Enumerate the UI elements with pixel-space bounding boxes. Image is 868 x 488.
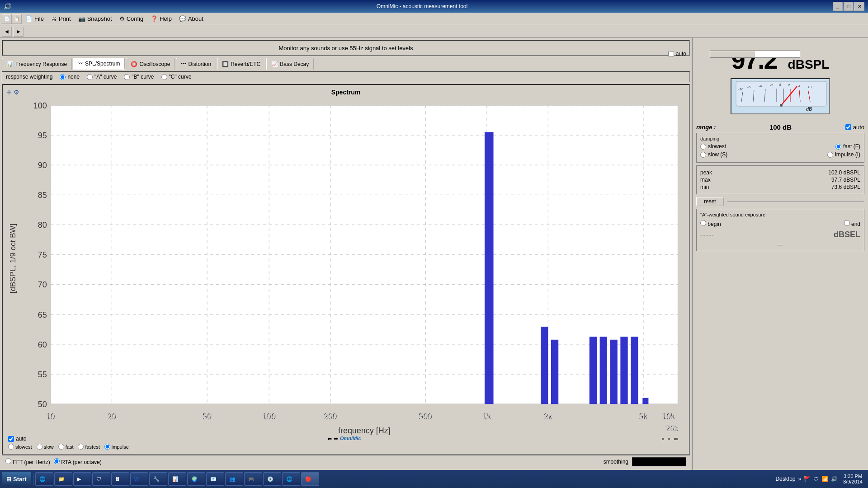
tray-network[interactable]: 📶 — [821, 476, 828, 482]
svg-text:100: 100 — [262, 412, 276, 421]
right-panel: 97.2 dBSPL -10 -6 -4 -2 0 2 4 — [692, 38, 868, 470]
damping-fast[interactable]: fast (F) — [835, 143, 860, 150]
menu-file[interactable]: 📄 File — [22, 13, 47, 25]
tab-freq-response[interactable]: 📊 Frequency Response — [2, 58, 72, 70]
menu-config[interactable]: ⚙ Config — [116, 13, 147, 25]
svg-text:75: 75 — [38, 250, 47, 259]
range-auto-checkbox[interactable] — [845, 124, 851, 130]
explorer-icon: 📁 — [58, 476, 65, 482]
damping-section: damping slowest fast (F) slow (S) — [696, 133, 864, 163]
taskbar-app-browser2[interactable]: 🌐 — [282, 472, 300, 486]
taskbar-app-calc[interactable]: 🖩 — [111, 472, 129, 486]
tab-distortion[interactable]: 〜 Distortion — [176, 58, 216, 70]
speed-fast[interactable]: fast — [58, 444, 74, 450]
bar-3k5 — [600, 337, 607, 404]
tab-bass-decay[interactable]: 📈 Bass Decay — [266, 58, 314, 70]
taskbar-app-omnimic[interactable]: 🔴 — [301, 472, 319, 486]
fft-radio-label[interactable]: FFT (per Hertz) — [5, 458, 50, 465]
chart-auto-checkbox[interactable] — [8, 436, 14, 442]
maximize-button[interactable]: □ — [844, 2, 854, 11]
damping-slowest[interactable]: slowest — [700, 143, 726, 150]
disc-icon: 💿 — [267, 476, 274, 482]
exposure-title: "A"-weighted sound exposure — [700, 212, 860, 217]
chart-icon-cross[interactable]: ✛ — [6, 89, 12, 96]
omnimic-brand-label: OmniMic — [340, 436, 361, 442]
bar-2k — [541, 327, 548, 404]
taskbar-app-chat[interactable]: 👥 — [225, 472, 243, 486]
taskbar-app-settings[interactable]: 🔧 — [149, 472, 167, 486]
tray-uac[interactable]: 🛡 — [813, 476, 819, 482]
weight-none[interactable]: none — [60, 74, 80, 80]
range-auto-area: auto — [845, 124, 864, 131]
svg-text:2k: 2k — [544, 412, 553, 421]
chart-nav-right[interactable]: ➡ — [334, 436, 338, 442]
weight-c[interactable]: "C" curve — [161, 74, 192, 80]
close-button[interactable]: ✕ — [854, 2, 864, 11]
chart-icon-gear[interactable]: ⚙ — [14, 89, 19, 96]
taskbar-app-excel[interactable]: 📊 — [168, 472, 186, 486]
weighting-row: response weighting none "A" curve "B" cu… — [2, 71, 690, 82]
title-bar: 🔊 OmniMic - acoustic measurement tool _ … — [0, 0, 868, 13]
menu-print[interactable]: 🖨 Print — [47, 13, 75, 25]
weight-a[interactable]: "A" curve — [87, 74, 117, 80]
exposure-begin[interactable]: begin — [700, 220, 721, 227]
speed-slowest[interactable]: slowest — [8, 444, 32, 450]
vu-value-row: 97.2 dBSPL — [696, 45, 864, 75]
menu-help[interactable]: ❓ Help — [147, 13, 175, 25]
svg-text:5k: 5k — [639, 412, 648, 421]
minimize-button[interactable]: _ — [833, 2, 843, 11]
taskbar-app-game[interactable]: 🎮 — [244, 472, 262, 486]
toolbar-btn-b[interactable]: ▶ — [14, 27, 24, 37]
menu-snapshot[interactable]: 📷 Snapshot — [75, 13, 116, 25]
chart-zoom-in[interactable]: ⇤⇥ — [662, 436, 670, 442]
taskbar-app-disc[interactable]: 💿 — [263, 472, 281, 486]
help-icon: ❓ — [151, 15, 158, 22]
tab-reverb[interactable]: 🔲 Reverb/ETC — [217, 58, 265, 70]
reset-row: reset — [696, 197, 864, 206]
toolbar-icon-2[interactable]: 📋 — [12, 14, 22, 24]
stat-min: min 73.6 dBSPL — [700, 184, 860, 190]
rta-radio-label[interactable]: RTA (per octave) — [54, 458, 102, 465]
taskbar-app-word[interactable]: W — [130, 472, 148, 486]
reverb-icon: 🔲 — [222, 61, 229, 67]
chart-zoom-out[interactable]: ⇥⇤ — [672, 436, 680, 442]
svg-text:20: 20 — [107, 412, 116, 421]
windows-icon: ⊞ — [6, 476, 11, 483]
taskbar-app-media[interactable]: ▶ — [73, 472, 91, 486]
taskbar-app-explorer[interactable]: 📁 — [54, 472, 72, 486]
settings-icon: 🔧 — [153, 476, 160, 482]
tray-flag[interactable]: 🚩 — [804, 476, 811, 482]
damping-impulse[interactable]: impulse (I) — [827, 151, 860, 158]
toolbar-btn-a[interactable]: ◀ — [2, 27, 12, 37]
start-button[interactable]: ⊞ Start — [2, 472, 31, 486]
tray-volume[interactable]: 🔊 — [831, 476, 838, 482]
menu-about[interactable]: 💬 About — [175, 13, 207, 25]
progress-bar-area — [710, 51, 800, 58]
exposure-end[interactable]: end — [844, 220, 860, 227]
svg-text:65: 65 — [38, 310, 47, 319]
weight-b[interactable]: "B" curve — [124, 74, 154, 80]
speed-slow[interactable]: slow — [37, 444, 54, 450]
speed-fastest[interactable]: fastest — [78, 444, 99, 450]
reset-button[interactable]: reset — [696, 197, 724, 206]
chart-nav-left[interactable]: ⬅ — [327, 436, 332, 442]
taskbar-app-ie[interactable]: 🌐 — [35, 472, 53, 486]
taskbar-app-email[interactable]: 📧 — [206, 472, 224, 486]
calc-icon: 🖩 — [115, 476, 120, 482]
tab-spl-spectrum[interactable]: 〰 SPL/Spectrum — [73, 58, 125, 70]
exposure-value-row: ----- dBSEL — [700, 230, 860, 239]
progress-right — [755, 51, 800, 57]
svg-text:-10: -10 — [738, 87, 744, 91]
damping-slow[interactable]: slow (S) — [700, 151, 727, 158]
speed-impulse[interactable]: impulse — [104, 444, 129, 450]
spl-icon: 〰 — [78, 61, 83, 67]
tab-oscilloscope[interactable]: ⭕ Oscilloscope — [126, 58, 175, 70]
toolbar-icon-1[interactable]: 📄 — [2, 14, 12, 24]
smoothing-select[interactable] — [632, 457, 686, 466]
svg-point-65 — [780, 104, 783, 107]
top-auto-checkbox[interactable] — [668, 51, 674, 57]
word-icon: W — [134, 476, 139, 482]
taskbar-app-network[interactable]: 🌍 — [187, 472, 205, 486]
taskbar-app-security[interactable]: 🛡 — [92, 472, 110, 486]
chart-svg-wrapper: 100 95 90 85 80 — [6, 98, 685, 435]
